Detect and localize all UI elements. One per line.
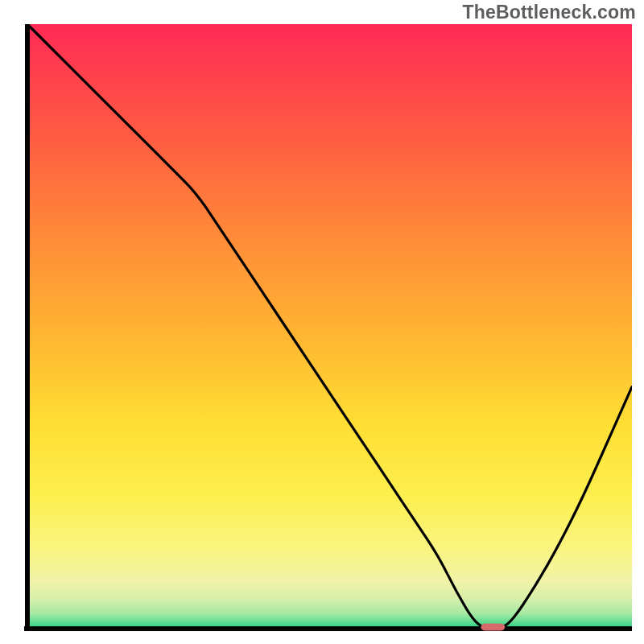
bottleneck-chart bbox=[24, 24, 632, 632]
watermark-label: TheBottleneck.com bbox=[462, 2, 636, 23]
optimal-point-marker bbox=[481, 624, 505, 631]
